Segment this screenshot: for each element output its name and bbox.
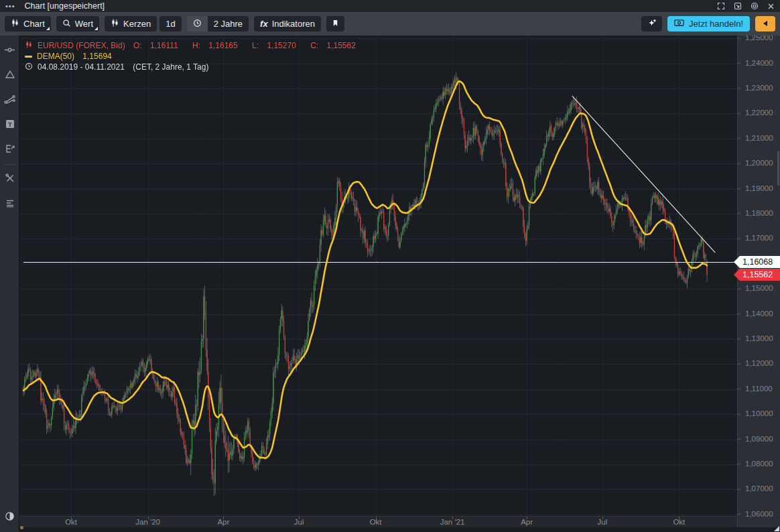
x-axis-label: Jul bbox=[598, 518, 608, 526]
theme-contrast-button[interactable] bbox=[0, 508, 19, 527]
legend-date-range: 04.08.2019 - 04.11.2021 bbox=[38, 62, 125, 72]
y-axis-label: 1,23000 bbox=[745, 84, 773, 92]
tool-triangle-button[interactable] bbox=[0, 63, 19, 88]
y-axis-label: 1,18000 bbox=[745, 209, 773, 217]
chart-toolbar: Chart Wert Kerzen 1d 2 Jahre fx Indikato… bbox=[0, 12, 780, 36]
chart-legend: EUR/USD (FOREX, Bid) O: 1,16111 H: 1,161… bbox=[25, 40, 368, 72]
pop-in-icon[interactable] bbox=[734, 2, 742, 10]
tool-pattern-lines-button[interactable] bbox=[0, 88, 19, 113]
x-axis-label: Apr bbox=[521, 518, 533, 526]
y-axis-tick bbox=[738, 113, 740, 114]
clock-button[interactable] bbox=[187, 16, 208, 31]
time-axis[interactable]: OktJan '20AprJulOktJan '21AprJulOkt bbox=[19, 516, 737, 527]
y-axis-label: 1,21000 bbox=[745, 134, 773, 142]
interval-button[interactable]: 1d bbox=[159, 16, 181, 31]
symbol-search-button[interactable]: Wert bbox=[56, 16, 99, 31]
y-axis-tick bbox=[738, 38, 740, 39]
banknote-icon bbox=[674, 19, 684, 29]
indicators-label: Indikatoren bbox=[272, 19, 315, 29]
bookmark-icon bbox=[332, 19, 339, 29]
hline-price-tag: 1,16068 bbox=[734, 256, 780, 268]
x-axis-label: Okt bbox=[370, 518, 382, 526]
y-axis-label: 1,10000 bbox=[745, 409, 773, 417]
candle-style-button[interactable]: Kerzen bbox=[105, 16, 157, 31]
y-axis-label: 1,17000 bbox=[745, 234, 773, 242]
order-list-icon bbox=[5, 198, 15, 210]
record-icon[interactable] bbox=[751, 2, 759, 10]
period-label: 2 Jahre bbox=[214, 19, 243, 29]
x-axis-label: Jan '20 bbox=[135, 518, 160, 526]
candle-style-label: Kerzen bbox=[123, 19, 151, 29]
x-axis-label: Apr bbox=[217, 518, 229, 526]
legend-daterange-row[interactable]: 04.08.2019 - 04.11.2021 (CET, 2 Jahre, 1… bbox=[25, 62, 368, 72]
magic-button[interactable] bbox=[641, 16, 662, 31]
y-axis-tick bbox=[738, 338, 740, 339]
legend-low-value: 1,15270 bbox=[267, 41, 296, 50]
tool-combined-tools-button[interactable] bbox=[0, 167, 19, 192]
legend-close-value: 1,15562 bbox=[327, 41, 356, 50]
chart-type-label: Chart bbox=[23, 19, 45, 29]
legend-symbol-row[interactable]: EUR/USD (FOREX, Bid) O: 1,16111 H: 1,161… bbox=[25, 40, 368, 51]
tool-order-list-button[interactable] bbox=[0, 192, 19, 216]
bookmark-button[interactable] bbox=[326, 16, 344, 31]
legend-indicator-row[interactable]: DEMA(50) 1,15694 bbox=[25, 51, 368, 62]
period-group: 2 Jahre bbox=[187, 16, 249, 31]
y-axis-tick bbox=[738, 163, 740, 164]
interval-label: 1d bbox=[166, 19, 175, 29]
combined-tools-icon bbox=[5, 173, 15, 186]
fullscreen-icon[interactable] bbox=[717, 2, 725, 10]
y-axis-label: 1,12000 bbox=[745, 359, 773, 367]
y-axis-label: 1,08000 bbox=[745, 460, 773, 468]
indicators-button[interactable]: fx Indikatoren bbox=[254, 16, 321, 31]
sparkles-icon bbox=[647, 18, 657, 30]
chart-type-button[interactable]: Chart bbox=[5, 16, 51, 31]
tool-text-button[interactable]: T bbox=[0, 113, 19, 137]
tool-annotation-button[interactable] bbox=[0, 137, 19, 162]
y-axis-label: 1,19000 bbox=[745, 184, 773, 192]
y-axis-label: 1,11000 bbox=[745, 385, 773, 393]
legend-open-value: 1,16111 bbox=[150, 41, 178, 50]
fx-icon: fx bbox=[260, 19, 268, 29]
y-axis-tick bbox=[738, 63, 740, 64]
y-axis-label: 1,20000 bbox=[745, 159, 773, 167]
y-axis-tick bbox=[738, 138, 740, 139]
window-title: Chart [ungespeichert] bbox=[25, 1, 105, 11]
contrast-icon bbox=[5, 511, 15, 523]
tool-horizontal-line-button[interactable] bbox=[0, 38, 19, 63]
y-axis-label: 1,09000 bbox=[745, 435, 773, 443]
collapse-panel-button[interactable] bbox=[755, 16, 775, 31]
candles-icon bbox=[111, 18, 119, 29]
close-icon[interactable] bbox=[767, 3, 775, 10]
x-axis-label: Okt bbox=[673, 518, 685, 526]
pattern-lines-icon bbox=[4, 94, 15, 107]
price-chart-canvas[interactable] bbox=[19, 36, 737, 516]
left-triangle-icon bbox=[763, 19, 768, 29]
clock-icon bbox=[193, 19, 202, 29]
search-icon bbox=[62, 19, 71, 29]
y-axis-tick bbox=[738, 239, 740, 239]
y-axis-label: 1,06000 bbox=[745, 510, 773, 518]
period-button[interactable]: 2 Jahre bbox=[208, 16, 249, 31]
workspace-dot-olive[interactable] bbox=[20, 526, 23, 529]
price-axis[interactable]: 1,250001,240001,230001,220001,210001,200… bbox=[737, 36, 780, 532]
triangle-icon bbox=[5, 69, 15, 82]
y-axis-tick bbox=[738, 414, 740, 415]
legend-symbol-values: EUR/USD (FOREX, Bid) O: 1,16111 H: 1,161… bbox=[38, 41, 368, 50]
x-axis-label: Jan '21 bbox=[440, 518, 465, 526]
axis-scrollbar-thumb[interactable] bbox=[777, 151, 779, 186]
y-axis-tick bbox=[738, 213, 740, 214]
bottom-strip bbox=[0, 527, 780, 532]
y-axis-tick bbox=[738, 188, 740, 189]
y-axis-label: 1,07000 bbox=[745, 484, 773, 492]
trade-button[interactable]: Jetzt handeln! bbox=[667, 16, 750, 31]
y-axis-tick bbox=[738, 88, 740, 88]
candlestick-icon bbox=[11, 18, 19, 29]
y-axis-label: 1,25000 bbox=[745, 36, 773, 42]
y-axis-label: 1,14000 bbox=[745, 310, 773, 318]
window-menu-icon[interactable]: ••• bbox=[5, 0, 15, 12]
y-axis-label: 1,24000 bbox=[745, 59, 773, 67]
legend-high-value: 1,16165 bbox=[208, 41, 237, 50]
x-axis-label: Okt bbox=[65, 518, 77, 526]
y-axis-tick bbox=[738, 489, 740, 490]
resize-corner-handle[interactable] bbox=[774, 526, 779, 531]
